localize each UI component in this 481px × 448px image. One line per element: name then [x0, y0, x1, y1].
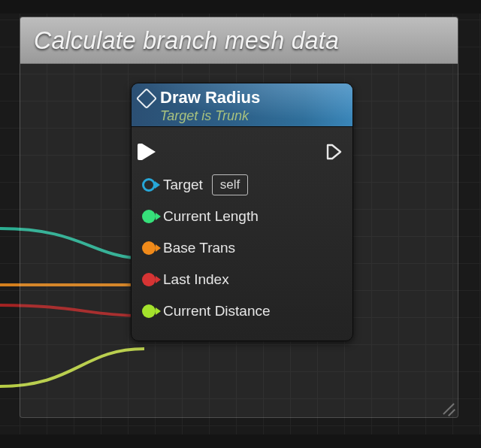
input-row-target: Target self [142, 169, 342, 201]
pin-current-distance[interactable] [142, 304, 156, 318]
self-chip[interactable]: self [212, 174, 248, 195]
pin-target[interactable] [142, 178, 156, 192]
pin-label-base-trans: Base Trans [163, 240, 235, 256]
node-draw-radius[interactable]: Draw Radius Target is Trunk Target self … [131, 83, 353, 341]
input-row-last-index: Last Index [142, 264, 342, 295]
comment-title: Calculate branch mesh data [34, 26, 339, 55]
viewport-border-bottom [0, 434, 481, 448]
pin-label-last-index: Last Index [163, 271, 229, 288]
pin-last-index[interactable] [142, 273, 156, 286]
exec-out-pin[interactable] [325, 143, 342, 159]
input-row-current-distance: Current Distance [142, 295, 342, 327]
node-body: Target self Current Length Base Trans La… [132, 127, 352, 341]
pin-label-target: Target [163, 177, 203, 193]
pin-current-length[interactable] [142, 210, 156, 223]
pin-label-current-length: Current Length [163, 208, 259, 225]
viewport-border-top [0, 0, 481, 14]
function-icon [136, 88, 157, 109]
node-header[interactable]: Draw Radius Target is Trunk [132, 83, 352, 127]
comment-header[interactable]: Calculate branch mesh data [20, 17, 458, 64]
node-subtitle: Target is Trunk [160, 108, 260, 124]
pin-base-trans[interactable] [142, 241, 156, 255]
node-title: Draw Radius [160, 88, 260, 107]
exec-row [142, 135, 342, 169]
input-row-current-length: Current Length [142, 201, 342, 232]
node-title-block: Draw Radius Target is Trunk [160, 88, 260, 124]
pin-label-current-distance: Current Distance [163, 303, 271, 319]
input-row-base-trans: Base Trans [142, 232, 342, 264]
resize-grip-icon[interactable] [441, 401, 455, 414]
